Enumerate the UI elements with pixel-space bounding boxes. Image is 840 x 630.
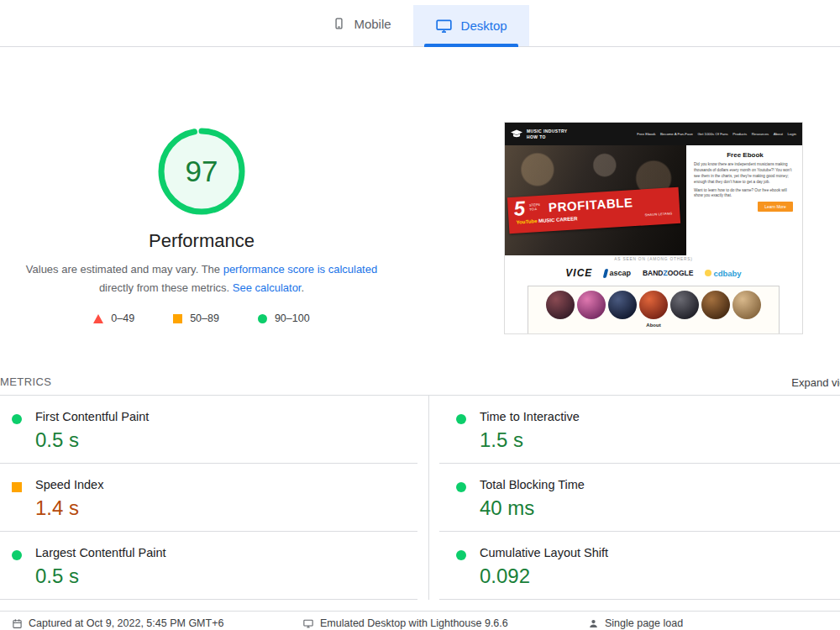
legend-poor: 0–49 (93, 312, 134, 324)
score-legend: 0–49 50–89 90–100 (8, 312, 395, 324)
metric-name: Speed Index (35, 478, 103, 491)
avatar (701, 291, 730, 319)
thumb-ebook-banner: 5 Steps To A PROFITABLE YouTube MUSIC CA… (507, 187, 680, 234)
run-type-label: Single page load (605, 617, 683, 629)
legend-average: 50–89 (173, 312, 219, 324)
tab-desktop-label: Desktop (461, 18, 507, 33)
thumb-site-logo: MUSIC INDUSTRY HOW TO (527, 129, 567, 139)
metric-value: 0.5 s (35, 564, 79, 588)
banner-title: PROFITABLE (548, 195, 633, 214)
metric-speed-index: Speed Index 1.4 s (0, 464, 417, 532)
metric-total-blocking-time: Total Blocking Time 40 ms (439, 464, 840, 532)
cdbaby-dot-icon (705, 270, 711, 276)
ascap-mark-icon (603, 269, 609, 278)
expand-view-button[interactable]: Expand view (791, 376, 840, 389)
disclaimer-text: directly from these metrics. (99, 281, 233, 294)
thumb-nav-item: Products (732, 132, 747, 136)
desktop-icon (435, 18, 453, 34)
person-icon (588, 618, 599, 629)
metric-cumulative-layout-shift: Cumulative Layout Shift 0.092 (439, 532, 840, 600)
captured-at: Captured at Oct 9, 2022, 5:45 PM GMT+6 (12, 617, 223, 629)
metric-value: 0.5 s (35, 428, 79, 452)
metric-value: 1.4 s (35, 496, 79, 520)
graduation-cap-icon (511, 127, 522, 142)
metric-status-icon (456, 482, 466, 492)
disclaimer-text: Values are estimated and may vary. The (26, 263, 223, 276)
metrics-section-heading: METRICS (0, 375, 51, 388)
banner-small-text: Steps To A (529, 203, 545, 213)
thumb-nav-item: Become A Fan-Fave (660, 132, 693, 136)
metric-status-icon (456, 414, 466, 424)
metric-time-to-interactive: Time to Interactive 1.5 s (439, 396, 840, 464)
metric-name: Largest Contentful Paint (35, 546, 166, 559)
thumb-site-header: MUSIC INDUSTRY HOW TO Free Ebook Become … (505, 123, 802, 145)
disclaimer-text: . (301, 281, 304, 294)
metric-first-contentful-paint: First Contentful Paint 0.5 s (0, 396, 417, 464)
thumb-artist-avatars (528, 291, 779, 319)
legend-poor-label: 0–49 (111, 312, 134, 324)
metric-status-icon (12, 550, 22, 560)
banner-number: 5 (513, 198, 526, 219)
avatar (670, 291, 699, 319)
thumb-seen-on-label: AS SEEN ON (AMONG OTHERS) (505, 257, 802, 261)
avatar (608, 291, 637, 319)
metric-name: First Contentful Paint (35, 410, 149, 423)
calendar-icon (12, 618, 23, 629)
metric-value: 0.092 (480, 564, 530, 588)
see-calculator-link[interactable]: See calculator (233, 281, 302, 294)
emulated-device: Emulated Desktop with Lighthouse 9.6.6 (302, 617, 508, 629)
metric-name: Time to Interactive (480, 410, 580, 423)
good-circle-icon (258, 314, 267, 323)
monitor-icon (302, 618, 314, 629)
score-calculated-link[interactable]: performance score is calculated (223, 263, 378, 276)
score-disclaimer: Values are estimated and may vary. The p… (8, 260, 395, 297)
emulated-device-label: Emulated Desktop with Lighthouse 9.6.6 (320, 617, 508, 629)
avatar (577, 291, 606, 319)
metric-name: Total Blocking Time (480, 478, 585, 491)
thumb-nav-item: Free Ebook (637, 132, 655, 136)
metric-status-icon (12, 482, 22, 492)
thumb-site-nav: Free Ebook Become A Fan-Fave Get 1000s O… (637, 132, 796, 136)
performance-score: 97 (158, 128, 245, 215)
ascap-logo: ascap (604, 269, 631, 278)
thumb-ebook-heading: Free Ebook (694, 151, 796, 159)
banner-author: SHAUN LETANG (644, 212, 672, 217)
thumb-learn-more-button: Learn More (758, 202, 793, 212)
cdbaby-logo: cdbaby (705, 269, 741, 278)
avatar (546, 291, 575, 319)
average-square-icon (173, 314, 182, 323)
legend-good: 90–100 (258, 312, 310, 324)
pagespeed-report: Mobile Desktop 97 Performance Values are… (0, 0, 840, 630)
thumb-ebook-panel: Free Ebook Did you know there are indepe… (686, 145, 803, 255)
captured-at-label: Captured at Oct 9, 2022, 5:45 PM GMT+6 (29, 617, 223, 629)
metric-status-icon (456, 550, 466, 560)
run-type: Single page load (588, 617, 683, 629)
performance-title: Performance (0, 230, 403, 252)
thumb-nav-item: About (774, 132, 783, 136)
vice-logo: VICE (565, 267, 592, 279)
bandzoogle-logo: BANDZOOGLE (643, 269, 693, 277)
report-footer: Captured at Oct 9, 2022, 5:45 PM GMT+6 E… (0, 611, 840, 630)
legend-good-label: 90–100 (275, 312, 310, 324)
tab-desktop[interactable]: Desktop (413, 5, 529, 46)
thumb-hero-image: 5 Steps To A PROFITABLE YouTube MUSIC CA… (505, 145, 686, 255)
thumb-nav-item: Resources (752, 132, 769, 136)
thumb-about-label: About (528, 323, 779, 328)
poor-triangle-icon (93, 314, 103, 323)
thumb-press-logos: VICE ascap BANDZOOGLE cdbaby (505, 263, 802, 283)
final-screenshot-thumbnail: MUSIC INDUSTRY HOW TO Free Ebook Become … (504, 122, 803, 334)
thumb-ebook-paragraph: Did you know there are independent music… (694, 162, 796, 186)
tab-mobile[interactable]: Mobile (311, 0, 412, 47)
thumb-nav-item: Get 1000s Of Fans (697, 132, 727, 136)
metric-name: Cumulative Layout Shift (480, 546, 608, 559)
avatar (732, 291, 761, 319)
metric-largest-contentful-paint: Largest Contentful Paint 0.5 s (0, 532, 417, 600)
thumb-nav-item: Login (787, 132, 796, 136)
metric-value: 1.5 s (480, 428, 523, 452)
thumb-ebook-paragraph: Want to learn how to do the same? Our fr… (694, 188, 796, 200)
metric-status-icon (12, 414, 22, 424)
thumb-artists-box: About (528, 286, 780, 334)
metric-value: 40 ms (480, 496, 534, 520)
legend-average-label: 50–89 (190, 312, 219, 324)
tab-mobile-label: Mobile (354, 17, 391, 31)
